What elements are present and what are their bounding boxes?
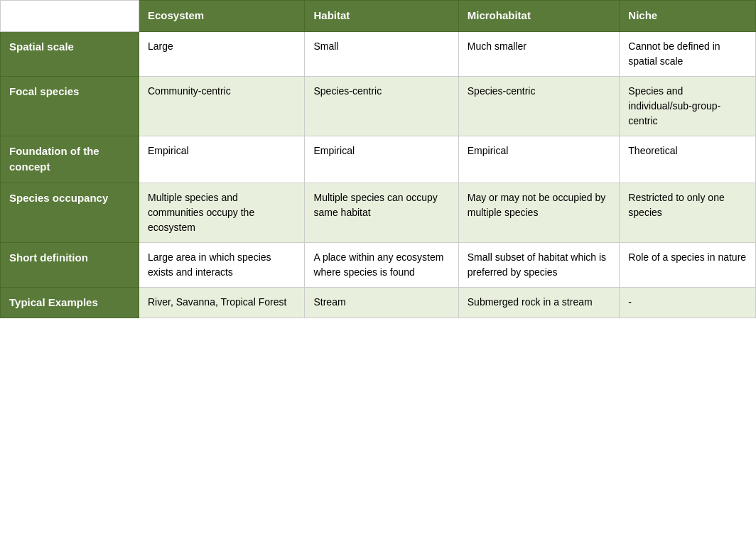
cell-spatial-microhabitat: Much smaller <box>458 31 620 76</box>
cell-definition-habitat: A place within any ecosystem where speci… <box>305 242 458 287</box>
cell-examples-microhabitat: Submerged rock in a stream <box>458 287 620 318</box>
cell-definition-microhabitat: Small subset of habitat which is preferr… <box>458 242 620 287</box>
header-ecosystem: Ecosystem <box>139 1 305 32</box>
cell-occupancy-habitat: Multiple species can occupy same habitat <box>305 183 458 242</box>
table-row: Short definition Large area in which spe… <box>1 242 756 287</box>
header-empty <box>1 1 139 32</box>
cell-spatial-ecosystem: Large <box>139 31 305 76</box>
comparison-table: Ecosystem Habitat Microhabitat Niche Spa… <box>0 0 756 318</box>
cell-focal-ecosystem: Community-centric <box>139 76 305 136</box>
row-label-typical-examples: Typical Examples <box>1 287 139 318</box>
table-row: Species occupancy Multiple species and c… <box>1 183 756 242</box>
header-habitat: Habitat <box>305 1 458 32</box>
row-label-short-definition: Short definition <box>1 242 139 287</box>
cell-examples-niche: - <box>620 287 756 318</box>
header-niche: Niche <box>620 1 756 32</box>
cell-occupancy-microhabitat: May or may not be occupied by multiple s… <box>458 183 620 242</box>
cell-examples-habitat: Stream <box>305 287 458 318</box>
cell-focal-habitat: Species-centric <box>305 76 458 136</box>
cell-occupancy-ecosystem: Multiple species and communities occupy … <box>139 183 305 242</box>
cell-focal-niche: Species and individual/sub-group-centric <box>620 76 756 136</box>
cell-spatial-niche: Cannot be defined in spatial scale <box>620 31 756 76</box>
table-header-row: Ecosystem Habitat Microhabitat Niche <box>1 1 756 32</box>
table-row: Spatial scale Large Small Much smaller C… <box>1 31 756 76</box>
cell-foundation-microhabitat: Empirical <box>458 136 620 183</box>
cell-focal-microhabitat: Species-centric <box>458 76 620 136</box>
row-label-foundation: Foundation of the concept <box>1 136 139 183</box>
cell-spatial-habitat: Small <box>305 31 458 76</box>
table-row: Foundation of the concept Empirical Empi… <box>1 136 756 183</box>
cell-definition-niche: Role of a species in nature <box>620 242 756 287</box>
header-microhabitat: Microhabitat <box>458 1 620 32</box>
cell-definition-ecosystem: Large area in which species exists and i… <box>139 242 305 287</box>
cell-foundation-niche: Theoretical <box>620 136 756 183</box>
cell-occupancy-niche: Restricted to only one species <box>620 183 756 242</box>
row-label-spatial-scale: Spatial scale <box>1 31 139 76</box>
table-row: Focal species Community-centric Species-… <box>1 76 756 136</box>
cell-examples-ecosystem: River, Savanna, Tropical Forest <box>139 287 305 318</box>
cell-foundation-ecosystem: Empirical <box>139 136 305 183</box>
table-row: Typical Examples River, Savanna, Tropica… <box>1 287 756 318</box>
cell-foundation-habitat: Empirical <box>305 136 458 183</box>
row-label-focal-species: Focal species <box>1 76 139 136</box>
row-label-species-occupancy: Species occupancy <box>1 183 139 242</box>
